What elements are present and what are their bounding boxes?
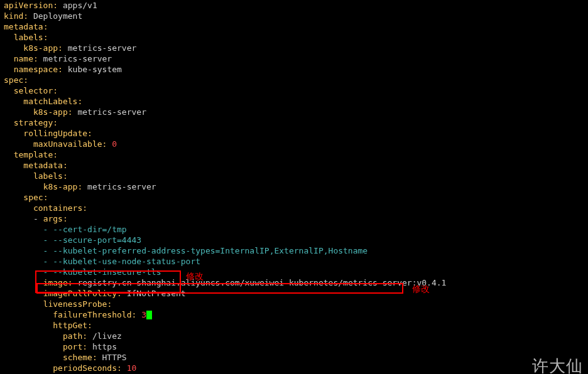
code-line: spec:	[4, 192, 584, 203]
code-line: httpGet:	[4, 320, 584, 331]
code-line: rollingUpdate:	[4, 128, 584, 139]
watermark: 许大仙	[532, 361, 583, 371]
code-line: - --secure-port=4443	[4, 235, 584, 245]
code-line: scheme: HTTPS	[4, 352, 584, 363]
code-line: metadata:	[4, 21, 584, 32]
code-line: namespace: kube-system	[4, 64, 584, 75]
code-line: matchLabels:	[4, 96, 584, 107]
code-line: - args:	[4, 213, 584, 224]
code-line: strategy:	[4, 117, 584, 128]
code-line: apiVersion: apps/v1	[4, 0, 584, 11]
code-line: kind: Deployment	[4, 11, 584, 21]
code-line: image: registry.cn-shanghai.aliyuncs.com…	[4, 277, 584, 288]
code-line: metadata:	[4, 160, 584, 171]
code-line: labels:	[4, 171, 584, 181]
code-line: labels:	[4, 32, 584, 43]
cursor	[146, 311, 152, 319]
code-line: k8s-app: metrics-server	[4, 107, 584, 117]
code-line: maxUnavailable: 0	[4, 139, 584, 149]
code-line: template:	[4, 149, 584, 160]
code-line: imagePullPolicy: IfNotPresent	[4, 288, 584, 299]
code-line: k8s-app: metrics-server	[4, 181, 584, 192]
code-line: port: https	[4, 341, 584, 352]
code-line: - --cert-dir=/tmp	[4, 224, 584, 235]
annotation-label: 修改	[186, 271, 204, 282]
code-line: selector:	[4, 85, 584, 96]
terminal-editor[interactable]: apiVersion: apps/v1 kind: Deployment met…	[4, 0, 584, 374]
code-line: path: /livez	[4, 331, 584, 341]
code-line: k8s-app: metrics-server	[4, 43, 584, 53]
code-line: livenessProbe:	[4, 299, 584, 309]
code-line: periodSeconds: 10	[4, 363, 584, 373]
code-line: containers:	[4, 203, 584, 213]
code-line: failureThreshold: 3	[4, 309, 584, 320]
code-line: - --kubelet-preferred-address-types=Inte…	[4, 245, 584, 256]
code-line: spec:	[4, 75, 584, 85]
code-line: - --kubelet-use-node-status-port	[4, 256, 584, 267]
code-line: name: metrics-server	[4, 53, 584, 64]
annotation-label: 修改	[412, 284, 430, 294]
code-line: - --kubelet-insecure-tls	[4, 267, 584, 277]
